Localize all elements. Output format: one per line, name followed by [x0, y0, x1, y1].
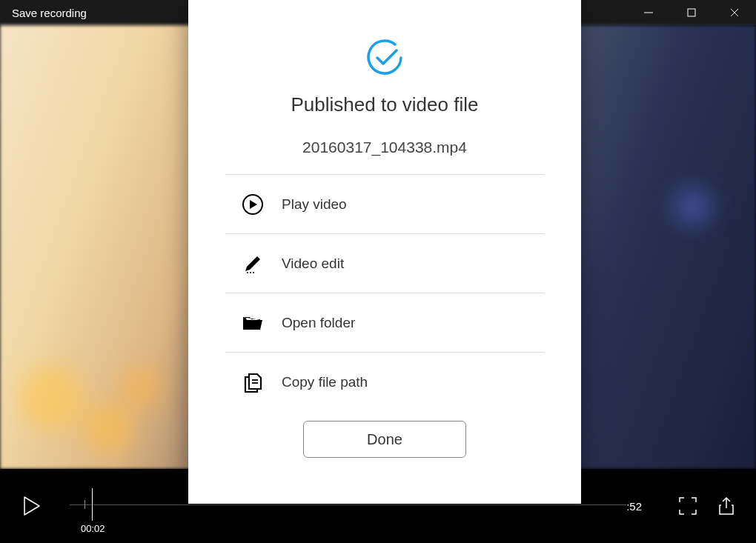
share-button[interactable] — [712, 491, 741, 521]
play-icon — [19, 494, 43, 518]
checkmark-icon — [364, 37, 405, 79]
timeline-end-time: :52 — [626, 500, 642, 513]
copy-icon — [240, 370, 265, 395]
share-icon — [716, 496, 737, 516]
video-edit-option[interactable]: Video edit — [225, 234, 544, 293]
copy-path-label: Copy file path — [282, 374, 368, 390]
dialog-filename: 20160317_104338.mp4 — [225, 139, 544, 175]
svg-marker-4 — [24, 497, 39, 515]
done-button[interactable]: Done — [303, 421, 466, 458]
done-label: Done — [367, 431, 402, 448]
svg-rect-1 — [688, 9, 695, 16]
svg-marker-7 — [250, 200, 257, 209]
video-edit-label: Video edit — [282, 256, 344, 272]
maximize-button[interactable] — [670, 0, 713, 25]
timeline-marker[interactable] — [92, 488, 93, 521]
window-title: Save recording — [12, 7, 87, 19]
open-folder-option[interactable]: Open folder — [225, 293, 544, 353]
timeline-current-time: 00:02 — [81, 523, 105, 534]
play-button[interactable] — [15, 490, 47, 522]
close-button[interactable] — [713, 0, 756, 25]
folder-icon — [240, 310, 265, 336]
play-circle-icon — [240, 192, 265, 217]
play-video-label: Play video — [282, 196, 347, 213]
copy-path-option[interactable]: Copy file path — [225, 353, 544, 412]
pencil-icon — [240, 251, 265, 276]
play-video-option[interactable]: Play video — [225, 175, 544, 234]
dialog-title: Published to video file — [291, 93, 479, 116]
minimize-button[interactable] — [627, 0, 670, 25]
maximize-icon — [686, 7, 697, 18]
close-icon — [729, 7, 740, 18]
window-controls — [627, 0, 756, 25]
published-dialog: Published to video file 20160317_104338.… — [188, 0, 581, 504]
minimize-icon — [643, 7, 654, 18]
fullscreen-button[interactable] — [673, 491, 703, 521]
fullscreen-icon — [677, 496, 698, 516]
open-folder-label: Open folder — [282, 315, 355, 331]
